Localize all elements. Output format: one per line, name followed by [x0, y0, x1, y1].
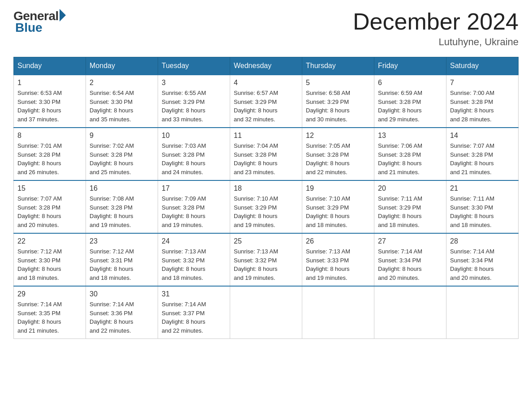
header-day-saturday: Saturday [446, 57, 519, 75]
day-info: Sunrise: 7:14 AMSunset: 3:34 PMDaylight:… [378, 247, 442, 282]
day-number: 13 [378, 132, 442, 140]
calendar-cell [230, 286, 302, 339]
calendar-cell: 26Sunrise: 7:13 AMSunset: 3:33 PMDayligh… [302, 233, 374, 286]
day-number: 3 [162, 79, 226, 87]
calendar-cell: 14Sunrise: 7:07 AMSunset: 3:28 PMDayligh… [446, 128, 519, 180]
day-info: Sunrise: 6:59 AMSunset: 3:28 PMDaylight:… [378, 89, 442, 124]
day-number: 21 [450, 184, 515, 193]
day-number: 15 [17, 184, 82, 193]
calendar-table: SundayMondayTuesdayWednesdayThursdayFrid… [13, 57, 519, 339]
calendar-header: SundayMondayTuesdayWednesdayThursdayFrid… [14, 57, 519, 75]
day-info: Sunrise: 7:13 AMSunset: 3:33 PMDaylight:… [306, 247, 370, 282]
day-number: 5 [306, 79, 370, 87]
calendar-cell: 1Sunrise: 6:53 AMSunset: 3:30 PMDaylight… [14, 75, 86, 128]
header-day-tuesday: Tuesday [158, 57, 230, 75]
day-number: 19 [306, 184, 370, 193]
calendar-cell: 30Sunrise: 7:14 AMSunset: 3:36 PMDayligh… [86, 286, 158, 339]
day-info: Sunrise: 6:55 AMSunset: 3:29 PMDaylight:… [162, 89, 226, 124]
day-number: 7 [450, 79, 515, 87]
day-info: Sunrise: 7:08 AMSunset: 3:28 PMDaylight:… [90, 194, 154, 229]
day-info: Sunrise: 7:11 AMSunset: 3:29 PMDaylight:… [378, 194, 442, 229]
day-number: 6 [378, 79, 442, 87]
month-title: December 2024 [353, 9, 519, 34]
title-block: December 2024 Lutuhyne, Ukraine [353, 9, 519, 48]
day-number: 4 [234, 79, 298, 87]
calendar-cell: 19Sunrise: 7:10 AMSunset: 3:29 PMDayligh… [302, 180, 374, 233]
calendar-cell: 5Sunrise: 6:58 AMSunset: 3:29 PMDaylight… [302, 75, 374, 128]
day-info: Sunrise: 7:14 AMSunset: 3:35 PMDaylight:… [17, 300, 82, 335]
day-info: Sunrise: 7:12 AMSunset: 3:31 PMDaylight:… [90, 247, 154, 282]
calendar-cell: 3Sunrise: 6:55 AMSunset: 3:29 PMDaylight… [158, 75, 230, 128]
day-number: 22 [17, 237, 82, 245]
day-info: Sunrise: 7:02 AMSunset: 3:28 PMDaylight:… [90, 141, 154, 176]
calendar-cell: 7Sunrise: 7:00 AMSunset: 3:28 PMDaylight… [446, 75, 519, 128]
day-info: Sunrise: 7:14 AMSunset: 3:37 PMDaylight:… [162, 300, 226, 335]
calendar-cell: 22Sunrise: 7:12 AMSunset: 3:30 PMDayligh… [14, 233, 86, 286]
day-number: 25 [234, 237, 298, 245]
day-info: Sunrise: 6:58 AMSunset: 3:29 PMDaylight:… [306, 89, 370, 124]
header-day-monday: Monday [86, 57, 158, 75]
calendar-cell [302, 286, 374, 339]
day-number: 18 [234, 184, 298, 193]
header-day-wednesday: Wednesday [230, 57, 302, 75]
day-number: 27 [378, 237, 442, 245]
calendar-body: 1Sunrise: 6:53 AMSunset: 3:30 PMDaylight… [14, 75, 519, 339]
day-info: Sunrise: 7:14 AMSunset: 3:34 PMDaylight:… [450, 247, 515, 282]
calendar-cell: 17Sunrise: 7:09 AMSunset: 3:28 PMDayligh… [158, 180, 230, 233]
day-number: 8 [17, 132, 82, 140]
day-number: 9 [90, 132, 154, 140]
calendar-cell: 23Sunrise: 7:12 AMSunset: 3:31 PMDayligh… [86, 233, 158, 286]
header-day-thursday: Thursday [302, 57, 374, 75]
day-info: Sunrise: 7:13 AMSunset: 3:32 PMDaylight:… [234, 247, 298, 282]
calendar-cell: 16Sunrise: 7:08 AMSunset: 3:28 PMDayligh… [86, 180, 158, 233]
day-number: 31 [162, 290, 226, 298]
header-row: SundayMondayTuesdayWednesdayThursdayFrid… [14, 57, 519, 75]
calendar-cell [446, 286, 519, 339]
day-number: 17 [162, 184, 226, 193]
calendar-cell: 4Sunrise: 6:57 AMSunset: 3:29 PMDaylight… [230, 75, 302, 128]
day-number: 30 [90, 290, 154, 298]
day-number: 10 [162, 132, 226, 140]
day-info: Sunrise: 7:12 AMSunset: 3:30 PMDaylight:… [17, 247, 82, 282]
calendar-cell: 13Sunrise: 7:06 AMSunset: 3:28 PMDayligh… [374, 128, 446, 180]
calendar-cell: 8Sunrise: 7:01 AMSunset: 3:28 PMDaylight… [14, 128, 86, 180]
calendar-cell: 20Sunrise: 7:11 AMSunset: 3:29 PMDayligh… [374, 180, 446, 233]
day-info: Sunrise: 7:13 AMSunset: 3:32 PMDaylight:… [162, 247, 226, 282]
week-row-1: 1Sunrise: 6:53 AMSunset: 3:30 PMDaylight… [14, 75, 519, 128]
calendar-cell: 9Sunrise: 7:02 AMSunset: 3:28 PMDaylight… [86, 128, 158, 180]
day-info: Sunrise: 7:05 AMSunset: 3:28 PMDaylight:… [306, 141, 370, 176]
day-info: Sunrise: 7:03 AMSunset: 3:28 PMDaylight:… [162, 141, 226, 176]
day-info: Sunrise: 6:57 AMSunset: 3:29 PMDaylight:… [234, 89, 298, 124]
week-row-2: 8Sunrise: 7:01 AMSunset: 3:28 PMDaylight… [14, 128, 519, 180]
day-info: Sunrise: 7:14 AMSunset: 3:36 PMDaylight:… [90, 300, 154, 335]
day-number: 23 [90, 237, 154, 245]
day-info: Sunrise: 7:07 AMSunset: 3:28 PMDaylight:… [450, 141, 515, 176]
calendar-cell: 18Sunrise: 7:10 AMSunset: 3:29 PMDayligh… [230, 180, 302, 233]
logo-arrow-icon [60, 9, 66, 21]
day-info: Sunrise: 7:06 AMSunset: 3:28 PMDaylight:… [378, 141, 442, 176]
day-number: 24 [162, 237, 226, 245]
header-day-friday: Friday [374, 57, 446, 75]
day-info: Sunrise: 7:10 AMSunset: 3:29 PMDaylight:… [234, 194, 298, 229]
day-info: Sunrise: 7:00 AMSunset: 3:28 PMDaylight:… [450, 89, 515, 124]
day-number: 12 [306, 132, 370, 140]
calendar-cell: 10Sunrise: 7:03 AMSunset: 3:28 PMDayligh… [158, 128, 230, 180]
calendar-cell: 24Sunrise: 7:13 AMSunset: 3:32 PMDayligh… [158, 233, 230, 286]
day-number: 1 [17, 79, 82, 87]
week-row-4: 22Sunrise: 7:12 AMSunset: 3:30 PMDayligh… [14, 233, 519, 286]
calendar-cell: 28Sunrise: 7:14 AMSunset: 3:34 PMDayligh… [446, 233, 519, 286]
day-info: Sunrise: 6:53 AMSunset: 3:30 PMDaylight:… [17, 89, 82, 124]
day-info: Sunrise: 7:11 AMSunset: 3:30 PMDaylight:… [450, 194, 515, 229]
calendar-cell: 2Sunrise: 6:54 AMSunset: 3:30 PMDaylight… [86, 75, 158, 128]
day-info: Sunrise: 7:10 AMSunset: 3:29 PMDaylight:… [306, 194, 370, 229]
calendar-cell: 11Sunrise: 7:04 AMSunset: 3:28 PMDayligh… [230, 128, 302, 180]
calendar-cell [374, 286, 446, 339]
day-info: Sunrise: 7:09 AMSunset: 3:28 PMDaylight:… [162, 194, 226, 229]
day-info: Sunrise: 7:04 AMSunset: 3:28 PMDaylight:… [234, 141, 298, 176]
calendar-cell: 6Sunrise: 6:59 AMSunset: 3:28 PMDaylight… [374, 75, 446, 128]
calendar-cell: 25Sunrise: 7:13 AMSunset: 3:32 PMDayligh… [230, 233, 302, 286]
day-info: Sunrise: 6:54 AMSunset: 3:30 PMDaylight:… [90, 89, 154, 124]
day-number: 29 [17, 290, 82, 298]
day-number: 28 [450, 237, 515, 245]
location-label: Lutuhyne, Ukraine [353, 36, 519, 48]
